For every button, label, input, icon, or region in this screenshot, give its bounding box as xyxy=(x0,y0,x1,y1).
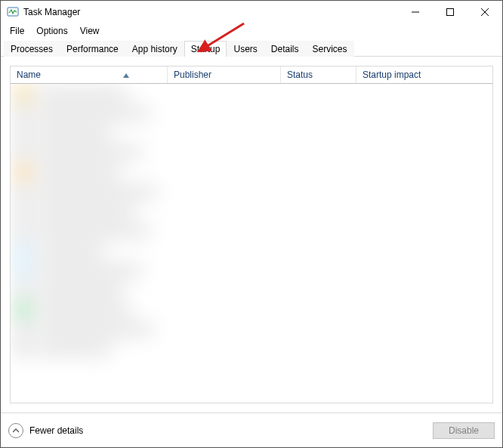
chevron-up-icon xyxy=(8,423,23,438)
menu-options[interactable]: Options xyxy=(30,24,73,38)
minimize-button[interactable] xyxy=(398,1,433,23)
column-header-name[interactable]: Name xyxy=(11,66,168,83)
column-header-status[interactable]: Status xyxy=(281,66,356,83)
fewer-details-label: Fewer details xyxy=(29,425,83,436)
menubar: File Options View xyxy=(1,23,502,39)
svg-rect-2 xyxy=(447,9,454,16)
tab-app-history[interactable]: App history xyxy=(125,41,184,57)
column-header-startup-impact-label: Startup impact xyxy=(363,70,421,80)
window-title: Task Manager xyxy=(23,7,80,17)
column-header-row: Name Publisher Status Startup impact xyxy=(10,66,493,84)
column-header-publisher-label: Publisher xyxy=(174,70,211,80)
disable-button[interactable]: Disable xyxy=(433,422,495,439)
bottom-bar: Fewer details Disable xyxy=(1,412,502,447)
column-header-name-label: Name xyxy=(17,70,41,80)
fewer-details-toggle[interactable]: Fewer details xyxy=(8,423,83,438)
tab-services[interactable]: Services xyxy=(306,41,354,57)
task-manager-icon xyxy=(7,6,19,18)
tab-users[interactable]: Users xyxy=(227,41,264,57)
menu-file[interactable]: File xyxy=(4,24,30,38)
column-header-status-label: Status xyxy=(287,70,313,80)
column-header-publisher[interactable]: Publisher xyxy=(168,66,281,83)
close-button[interactable] xyxy=(468,1,502,23)
content-area: Name Publisher Status Startup impact xyxy=(1,57,502,412)
tab-performance[interactable]: Performance xyxy=(60,41,125,57)
task-manager-window: Task Manager File Options View Processes… xyxy=(0,0,503,448)
menu-view[interactable]: View xyxy=(74,24,106,38)
tab-processes[interactable]: Processes xyxy=(4,41,60,57)
tab-startup[interactable]: Startup xyxy=(184,41,227,57)
tab-details[interactable]: Details xyxy=(264,41,306,57)
blurred-content xyxy=(11,84,492,403)
window-controls xyxy=(398,1,502,23)
sort-ascending-icon xyxy=(123,70,129,80)
svg-marker-5 xyxy=(123,73,129,78)
maximize-button[interactable] xyxy=(433,1,468,23)
titlebar: Task Manager xyxy=(1,1,502,23)
startup-list-body[interactable] xyxy=(10,84,493,403)
column-header-startup-impact[interactable]: Startup impact xyxy=(356,66,447,83)
tab-row: Processes Performance App history Startu… xyxy=(1,40,502,57)
